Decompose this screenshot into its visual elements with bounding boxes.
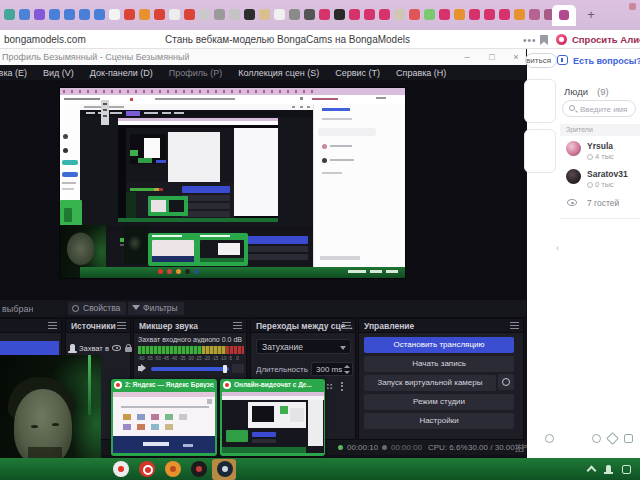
cursor-icon[interactable]: [606, 432, 619, 445]
browser-tab[interactable]: [19, 9, 30, 20]
flame-app-icon[interactable]: [165, 461, 181, 477]
browser-tab[interactable]: [334, 9, 345, 20]
questions-link[interactable]: Есть вопросы?: [573, 56, 640, 66]
yandex-browser-icon[interactable]: [113, 461, 129, 477]
signup-button[interactable]: виться: [525, 53, 557, 68]
browser-tab[interactable]: [184, 9, 195, 20]
visibility-eye-icon[interactable]: [112, 345, 121, 351]
tray-settings-icon[interactable]: [622, 465, 631, 474]
browser-tab[interactable]: [229, 9, 240, 20]
browser-tab[interactable]: [109, 9, 120, 20]
studio-mode-button[interactable]: Режим студии: [364, 394, 514, 410]
menu-справка[interactable]: Справка (H): [388, 68, 454, 78]
bookmark-icon[interactable]: [540, 35, 548, 45]
screen-capture-preview[interactable]: [60, 88, 405, 278]
browser-tab[interactable]: [79, 9, 90, 20]
browser-tab[interactable]: [349, 9, 360, 20]
browser-tab[interactable]: [439, 9, 450, 20]
red-app-icon[interactable]: [139, 461, 155, 477]
browser-tab[interactable]: [454, 9, 465, 20]
browser-tab[interactable]: [214, 9, 225, 20]
kebab-menu-icon[interactable]: [341, 382, 343, 391]
grid-icon[interactable]: [326, 383, 333, 390]
menu-правка[interactable]: Правка (E): [0, 68, 35, 78]
browser-tab[interactable]: [259, 9, 270, 20]
browser-tab[interactable]: [379, 9, 390, 20]
properties-button[interactable]: Свойства: [68, 302, 126, 315]
virtual-camera-settings-button[interactable]: [498, 374, 514, 390]
stepper-arrows-icon[interactable]: [344, 365, 350, 374]
browser-tab[interactable]: [244, 9, 255, 20]
browser-tab[interactable]: [169, 9, 180, 20]
hamburger-icon[interactable]: [510, 322, 519, 329]
member-row[interactable]: Saratov310 тыс: [560, 167, 640, 195]
duration-stepper[interactable]: 300 ms: [311, 362, 353, 376]
browser-tab[interactable]: [4, 9, 15, 20]
browser-tab[interactable]: [319, 9, 330, 20]
hidden-icons-chevron[interactable]: [587, 466, 597, 476]
hamburger-icon[interactable]: [48, 322, 57, 329]
virtual-camera-button[interactable]: Запуск виртуальной камеры: [364, 375, 496, 391]
browser-tab[interactable]: [394, 9, 405, 20]
collapse-handle[interactable]: ‹: [556, 243, 559, 253]
obs-app-icon[interactable]: [191, 461, 207, 477]
member-row[interactable]: Yrsula4 тыс: [560, 139, 640, 167]
browser-address-bar[interactable]: bongamodels.com Стань вебкам-моделью Bon…: [0, 30, 640, 49]
browser-tab[interactable]: [64, 9, 75, 20]
tray-microphone-icon[interactable]: [606, 465, 611, 473]
settings-icon[interactable]: [545, 434, 554, 443]
scrollbar[interactable]: [101, 100, 109, 125]
taskbar-thumbnail-yandex[interactable]: 2: Яндекс — Яндекс Браузер: [111, 379, 217, 456]
browser-tab[interactable]: [529, 9, 540, 20]
browser-tab[interactable]: [94, 9, 105, 20]
active-tab[interactable]: [552, 5, 576, 26]
browser-tab[interactable]: [484, 9, 495, 20]
browser-tab[interactable]: [154, 9, 165, 20]
more-icon[interactable]: •••: [523, 39, 535, 42]
speaker-icon[interactable]: [138, 366, 142, 371]
maximize-button[interactable]: □: [485, 51, 499, 63]
start-record-button[interactable]: Начать запись: [364, 356, 514, 372]
minimize-button[interactable]: –: [460, 51, 474, 63]
hamburger-icon[interactable]: [117, 322, 126, 329]
browser-tab[interactable]: [34, 9, 45, 20]
taskbar-thumbnail-videochat[interactable]: Онлайн-видеочат с Де...: [220, 379, 325, 456]
transition-dropdown[interactable]: Затухание: [256, 339, 351, 354]
browser-tab[interactable]: [124, 9, 135, 20]
hamburger-icon[interactable]: [342, 322, 351, 329]
user-icon[interactable]: [592, 434, 601, 443]
browser-tab[interactable]: [409, 9, 420, 20]
settings-button[interactable]: Настройки: [364, 413, 514, 429]
browser-tab[interactable]: [49, 9, 60, 20]
address-text[interactable]: bongamodels.com: [4, 34, 86, 45]
volume-slider-handle[interactable]: [223, 365, 227, 373]
browser-profile-icon[interactable]: [629, 3, 636, 10]
browser-tab[interactable]: [304, 9, 315, 20]
stop-stream-button[interactable]: Остановить трансляцию: [364, 337, 514, 353]
browser-tab[interactable]: [514, 9, 525, 20]
browser-tab[interactable]: [424, 9, 435, 20]
browser-tab[interactable]: [199, 9, 210, 20]
browser-tab[interactable]: [364, 9, 375, 20]
chat-question-icon[interactable]: [557, 55, 568, 65]
resize-grip[interactable]: [515, 444, 524, 452]
browser-tab[interactable]: [469, 9, 480, 20]
new-tab-button[interactable]: +: [584, 8, 598, 22]
browser-tab[interactable]: [499, 9, 510, 20]
menu-вид[interactable]: Вид (V): [35, 68, 82, 78]
close-button[interactable]: ×: [509, 51, 523, 63]
volume-slider[interactable]: [151, 367, 229, 371]
window-icon[interactable]: [624, 434, 633, 443]
filters-button[interactable]: Фильтры: [128, 302, 184, 315]
steam-icon[interactable]: [217, 461, 233, 477]
menu-профиль[interactable]: Профиль (P): [161, 68, 230, 78]
browser-tab[interactable]: [289, 9, 300, 20]
menu-док-панели[interactable]: Док-панели (D): [82, 68, 161, 78]
menu-коллекция[interactable]: Коллекция сцен (S): [230, 68, 327, 78]
browser-tab[interactable]: [139, 9, 150, 20]
lock-icon[interactable]: [125, 347, 132, 352]
browser-tab[interactable]: [274, 9, 285, 20]
menu-сервис[interactable]: Сервис (T): [327, 68, 388, 78]
hamburger-icon[interactable]: [233, 322, 242, 329]
search-input[interactable]: Введите имя: [562, 100, 636, 117]
